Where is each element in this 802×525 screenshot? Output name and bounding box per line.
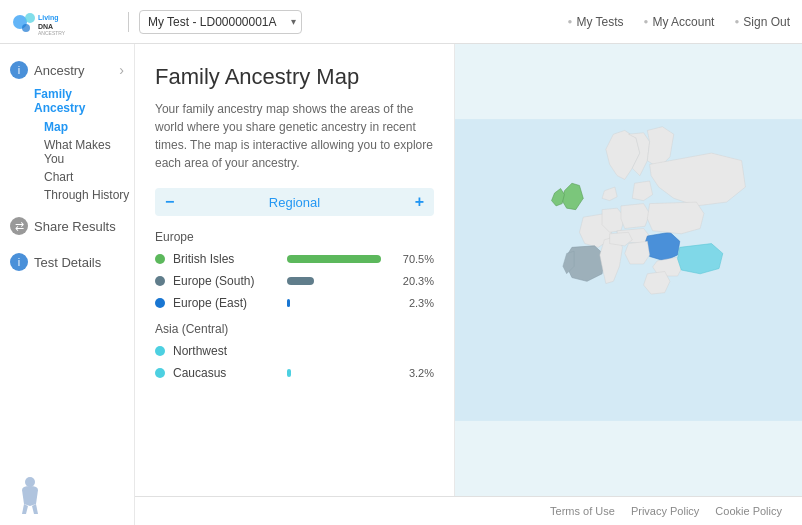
caucasus-name: Caucasus (173, 366, 279, 380)
svg-point-1 (25, 13, 35, 23)
page-content: Family Ancestry Map Your family ancestry… (135, 44, 802, 496)
ancestry-british-isles[interactable]: British Isles 70.5% (155, 252, 434, 266)
sidebar-item-share[interactable]: ⇄ Share Results (0, 212, 134, 240)
my-account-link[interactable]: My Account (644, 15, 715, 29)
page-title: Family Ancestry Map (155, 64, 434, 90)
sidebar-section-share: ⇄ Share Results (0, 212, 134, 240)
privacy-link[interactable]: Privacy Policy (631, 505, 699, 517)
svg-point-2 (22, 24, 30, 32)
sidebar-item-map[interactable]: Map (34, 118, 134, 136)
british-isles-bar (287, 255, 382, 263)
british-isles-name: British Isles (173, 252, 279, 266)
left-panel: Family Ancestry Map Your family ancestry… (135, 44, 455, 496)
ancestry-europe-south[interactable]: Europe (South) 20.3% (155, 274, 434, 288)
sidebar-item-test-details[interactable]: i Test Details (0, 248, 134, 276)
share-icon: ⇄ (10, 217, 28, 235)
europe-south-dot (155, 276, 165, 286)
sidebar-subsection-family-ancestry: Family Ancestry Map What Makes You Chart… (0, 84, 134, 204)
logo-area: Living DNA ANCESTRY (12, 8, 102, 36)
top-nav-links: My Tests My Account Sign Out (568, 15, 790, 29)
europe-east-name: Europe (East) (173, 296, 279, 310)
info-icon: i (10, 61, 28, 79)
british-isles-bar-wrap (287, 255, 393, 263)
europe-south-pct: 20.3% (400, 275, 434, 287)
sidebar: i Ancestry › Family Ancestry Map What Ma… (0, 44, 135, 525)
sidebar-section-test: i Test Details (0, 248, 134, 276)
northwest-bar-wrap (287, 347, 393, 355)
ancestry-caucasus[interactable]: Caucasus 3.2% (155, 366, 434, 380)
svg-text:ANCESTRY: ANCESTRY (38, 30, 66, 36)
sidebar-item-family-ancestry[interactable]: Family Ancestry (34, 84, 134, 118)
svg-point-7 (25, 477, 35, 487)
british-isles-dot (155, 254, 165, 264)
test-selector[interactable]: My Test - LD00000001A (139, 10, 302, 34)
filter-bar: − Regional + (155, 188, 434, 216)
caucasus-bar-wrap (287, 369, 393, 377)
sidebar-item-what-makes-you[interactable]: What Makes You (34, 136, 134, 168)
svg-text:DNA: DNA (38, 23, 53, 30)
footer: Terms of Use Privacy Policy Cookie Polic… (135, 496, 802, 525)
sidebar-item-chart[interactable]: Chart (34, 168, 134, 186)
region-asia-central-title: Asia (Central) (155, 322, 434, 336)
filter-label: Regional (269, 195, 320, 210)
main-layout: i Ancestry › Family Ancestry Map What Ma… (0, 44, 802, 525)
map-area[interactable] (455, 44, 802, 496)
caucasus-bar (287, 369, 291, 377)
page-description: Your family ancestry map shows the areas… (155, 100, 434, 172)
region-europe-title: Europe (155, 230, 434, 244)
test-details-label: Test Details (34, 255, 101, 270)
sign-out-link[interactable]: Sign Out (734, 15, 790, 29)
caucasus-dot (155, 368, 165, 378)
share-label: Share Results (34, 219, 116, 234)
minus-button[interactable]: − (165, 194, 174, 210)
europe-map-svg (455, 44, 802, 496)
region-europe: Europe British Isles 70.5% Europe (South… (155, 230, 434, 310)
sidebar-item-through-history[interactable]: Through History (34, 186, 134, 204)
svg-text:Living: Living (38, 14, 59, 22)
bottom-figure (16, 476, 44, 517)
northwest-dot (155, 346, 165, 356)
northwest-name: Northwest (173, 344, 279, 358)
chevron-down-icon[interactable]: › (119, 62, 124, 78)
logo-svg: Living DNA ANCESTRY (12, 8, 102, 36)
sidebar-section-ancestry: i Ancestry › Family Ancestry Map What Ma… (0, 56, 134, 204)
europe-south-name: Europe (South) (173, 274, 279, 288)
europe-south-bar (287, 277, 314, 285)
terms-link[interactable]: Terms of Use (550, 505, 615, 517)
nav-separator (128, 12, 129, 32)
test-selector-wrap[interactable]: My Test - LD00000001A (139, 10, 302, 34)
europe-east-pct: 2.3% (400, 297, 434, 309)
ancestry-label: Ancestry (34, 63, 85, 78)
plus-button[interactable]: + (415, 194, 424, 210)
region-asia-central: Asia (Central) Northwest Caucasus (155, 322, 434, 380)
ancestry-europe-east[interactable]: Europe (East) 2.3% (155, 296, 434, 310)
caucasus-pct: 3.2% (400, 367, 434, 379)
europe-east-bar (287, 299, 290, 307)
cookie-link[interactable]: Cookie Policy (715, 505, 782, 517)
europe-east-bar-wrap (287, 299, 393, 307)
my-tests-link[interactable]: My Tests (568, 15, 624, 29)
top-nav: Living DNA ANCESTRY My Test - LD00000001… (0, 0, 802, 44)
ancestry-northwest[interactable]: Northwest (155, 344, 434, 358)
europe-east-dot (155, 298, 165, 308)
british-isles-pct: 70.5% (400, 253, 434, 265)
detail-icon: i (10, 253, 28, 271)
content-area: Family Ancestry Map Your family ancestry… (135, 44, 802, 525)
europe-south-bar-wrap (287, 277, 393, 285)
sidebar-item-ancestry[interactable]: i Ancestry › (0, 56, 134, 84)
